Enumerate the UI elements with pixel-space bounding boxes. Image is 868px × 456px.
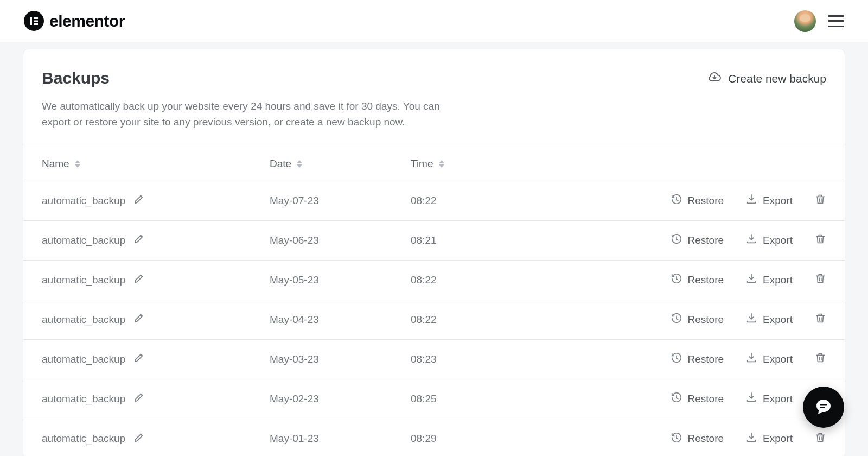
backup-name-cell: automatic_backup: [42, 193, 270, 208]
history-icon: [671, 233, 682, 248]
restore-button[interactable]: Restore: [671, 312, 724, 327]
row-actions: RestoreExport: [568, 193, 826, 208]
column-time[interactable]: Time: [411, 158, 826, 170]
trash-icon: [814, 432, 826, 446]
create-backup-button[interactable]: Create new backup: [707, 71, 826, 86]
brand-name: elementor: [49, 12, 125, 30]
table-body: automatic_backupMay-07-2308:22RestoreExp…: [23, 181, 845, 456]
backup-date: May-04-23: [270, 314, 411, 326]
delete-button[interactable]: [814, 352, 826, 366]
backup-time: 08:25: [411, 393, 568, 405]
download-icon: [745, 312, 757, 327]
backup-name-cell: automatic_backup: [42, 432, 270, 446]
pencil-icon[interactable]: [133, 233, 145, 248]
column-date[interactable]: Date: [270, 158, 411, 170]
row-actions: RestoreExport: [568, 312, 826, 327]
download-icon: [745, 391, 757, 406]
export-button[interactable]: Export: [745, 193, 793, 208]
panel-head-text: Backups We automatically back up your we…: [42, 69, 465, 130]
backup-date: May-01-23: [270, 433, 411, 445]
restore-button[interactable]: Restore: [671, 233, 724, 248]
table-row: automatic_backupMay-07-2308:22RestoreExp…: [23, 181, 845, 221]
create-backup-label: Create new backup: [728, 72, 826, 85]
backup-time: 08:23: [411, 353, 568, 365]
pencil-icon[interactable]: [133, 391, 145, 406]
backup-name-cell: automatic_backup: [42, 312, 270, 327]
sort-icon: [297, 160, 302, 168]
restore-label: Restore: [688, 195, 724, 207]
download-icon: [745, 432, 757, 446]
avatar[interactable]: [794, 10, 816, 32]
pencil-icon[interactable]: [133, 193, 145, 208]
restore-label: Restore: [688, 274, 724, 286]
restore-label: Restore: [688, 353, 724, 365]
export-label: Export: [763, 353, 793, 365]
delete-button[interactable]: [814, 432, 826, 446]
trash-icon: [814, 233, 826, 248]
history-icon: [671, 352, 682, 366]
export-label: Export: [763, 195, 793, 207]
delete-button[interactable]: [814, 273, 826, 287]
table-row: automatic_backupMay-06-2308:21RestoreExp…: [23, 221, 845, 261]
backup-name: automatic_backup: [42, 314, 125, 326]
pencil-icon[interactable]: [133, 352, 145, 366]
export-button[interactable]: Export: [745, 391, 793, 406]
svg-rect-1: [34, 17, 38, 19]
column-date-label: Date: [270, 158, 291, 170]
restore-button[interactable]: Restore: [671, 273, 724, 287]
menu-icon[interactable]: [828, 15, 844, 27]
download-icon: [745, 193, 757, 208]
restore-label: Restore: [688, 433, 724, 445]
pencil-icon[interactable]: [133, 312, 145, 327]
backup-date: May-07-23: [270, 195, 411, 207]
download-icon: [745, 273, 757, 287]
table-row: automatic_backupMay-03-2308:23RestoreExp…: [23, 340, 845, 379]
export-button[interactable]: Export: [745, 432, 793, 446]
restore-button[interactable]: Restore: [671, 432, 724, 446]
backup-name-cell: automatic_backup: [42, 391, 270, 406]
topbar-right: [794, 10, 844, 32]
backup-name: automatic_backup: [42, 353, 125, 365]
restore-label: Restore: [688, 393, 724, 405]
row-actions: RestoreExport: [568, 233, 826, 248]
export-button[interactable]: Export: [745, 352, 793, 366]
restore-label: Restore: [688, 314, 724, 326]
backups-panel: Backups We automatically back up your we…: [23, 49, 845, 456]
export-label: Export: [763, 314, 793, 326]
trash-icon: [814, 273, 826, 287]
column-name[interactable]: Name: [42, 158, 270, 170]
backup-name: automatic_backup: [42, 235, 125, 246]
export-button[interactable]: Export: [745, 233, 793, 248]
restore-button[interactable]: Restore: [671, 391, 724, 406]
pencil-icon[interactable]: [133, 273, 145, 287]
delete-button[interactable]: [814, 312, 826, 327]
table-row: automatic_backupMay-04-2308:22RestoreExp…: [23, 300, 845, 340]
row-actions: RestoreExport: [568, 352, 826, 366]
cloud-icon: [707, 71, 722, 86]
pencil-icon[interactable]: [133, 432, 145, 446]
sort-icon: [439, 160, 444, 168]
column-time-label: Time: [411, 158, 433, 170]
history-icon: [671, 273, 682, 287]
svg-rect-0: [30, 17, 32, 25]
delete-button[interactable]: [814, 193, 826, 208]
restore-button[interactable]: Restore: [671, 193, 724, 208]
backup-date: May-06-23: [270, 235, 411, 246]
backup-date: May-05-23: [270, 274, 411, 286]
row-actions: RestoreExport: [568, 391, 826, 406]
sort-icon: [75, 160, 80, 168]
brand[interactable]: elementor: [24, 11, 125, 31]
delete-button[interactable]: [814, 233, 826, 248]
download-icon: [745, 233, 757, 248]
backup-name: automatic_backup: [42, 195, 125, 207]
backup-name: automatic_backup: [42, 274, 125, 286]
row-actions: RestoreExport: [568, 273, 826, 287]
export-button[interactable]: Export: [745, 312, 793, 327]
chat-fab[interactable]: [803, 387, 844, 428]
brand-logo-icon: [24, 11, 44, 31]
backup-name-cell: automatic_backup: [42, 233, 270, 248]
backup-date: May-02-23: [270, 393, 411, 405]
restore-button[interactable]: Restore: [671, 352, 724, 366]
page-description: We automatically back up your website ev…: [42, 98, 465, 130]
export-button[interactable]: Export: [745, 273, 793, 287]
